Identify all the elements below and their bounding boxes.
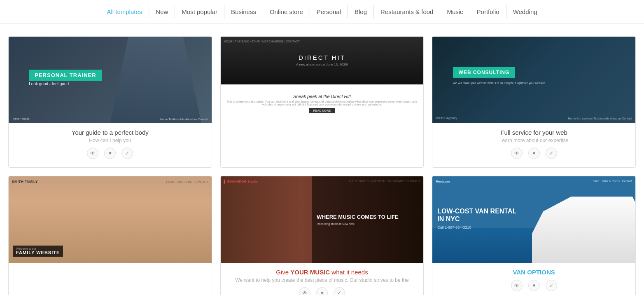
card-preview-web-consulting: WEB CONSULTING We will make your website… xyxy=(432,37,635,123)
card-title-web-consulting: Full service for your web xyxy=(439,129,629,136)
preview-family-badge: Welcome to our FAMILY WEBSITE xyxy=(13,246,63,257)
card-info-rentavan: VAN OPTIONS 👁 ♥ ✓ xyxy=(432,263,635,295)
card-info-personal-trainer: Your guide to a perfect body How can I h… xyxy=(9,123,212,167)
card-info-direct-hit xyxy=(221,123,424,137)
preview-nav-links: HOMEABOUT USCONTACT xyxy=(166,180,208,183)
card-subtitle-web-consulting: Learn more about our expertise xyxy=(439,138,629,143)
preview-nav-text: Home Testimonials About me Contact xyxy=(160,118,208,121)
nav-item-personal[interactable]: Personal xyxy=(310,5,348,19)
card-actions-sounddog: 👁 ♥ ✓ xyxy=(227,287,417,295)
preview-action[interactable]: 👁 xyxy=(299,287,310,295)
preview-agency: WEBX Agency xyxy=(436,116,457,120)
preview-rv-header: Rentavan HomeVans & PricesContact xyxy=(436,180,632,183)
category-nav: All templatesNewMost popularBusinessOnli… xyxy=(0,0,644,24)
preview-band-nav: HOME / THE BAND / TOUR / MERCHANDISE / C… xyxy=(224,40,300,43)
template-card-direct-hit[interactable]: HOME / THE BAND / TOUR / MERCHANDISE / C… xyxy=(220,36,424,168)
preview-brand: SMITH FAMILY xyxy=(12,180,38,184)
preview-cta: READ MORE xyxy=(309,108,335,113)
preview-action[interactable]: 👁 xyxy=(511,148,523,159)
preview-rv-title: LOW-COST VAN RENTAL IN NYC xyxy=(437,207,520,223)
nav-item-online-store[interactable]: Online store xyxy=(263,5,310,19)
nav-item-restaurants-food[interactable]: Restaurants & food xyxy=(374,5,440,19)
preview-rv-nav: HomeVans & PricesContact xyxy=(592,180,632,183)
card-actions-web-consulting: 👁 ♥ ✓ xyxy=(439,148,629,159)
preview-content-title: Sneak peek at the Direct Hit! xyxy=(293,94,351,99)
favorite-action[interactable]: ♥ xyxy=(316,287,328,295)
preview-nav-bar: Home Testimonials About me Contact xyxy=(160,118,208,121)
favorite-action[interactable]: ♥ xyxy=(528,280,540,291)
preview-sf-header: SMITH FAMILY HOMEABOUT USCONTACT xyxy=(12,180,208,184)
template-card-web-consulting[interactable]: WEB CONSULTING We will make your website… xyxy=(432,36,636,168)
preview-direct-hit: HOME / THE BAND / TOUR / MERCHANDISE / C… xyxy=(221,37,424,123)
card-info-web-consulting: Full service for your web Learn more abo… xyxy=(432,123,635,167)
card-preview-smith-family: SMITH FAMILY HOMEABOUT USCONTACT Welcome… xyxy=(9,176,212,263)
card-info-smith-family xyxy=(9,263,212,277)
card-actions-personal-trainer: 👁 ♥ ✓ xyxy=(15,148,205,159)
nav-item-blog[interactable]: Blog xyxy=(348,5,374,19)
template-card-sounddog[interactable]: ▌ SOUNDDOG Studio THE STUDIO / EQUIPMENT… xyxy=(220,176,424,295)
nav-item-business[interactable]: Business xyxy=(224,5,263,19)
preview-badge: WEB CONSULTING xyxy=(453,67,516,78)
nav-item-all-templates[interactable]: All templates xyxy=(100,5,149,19)
preview-welcome: Welcome to our xyxy=(16,247,60,250)
preview-title-text: FAMILY WEBSITE xyxy=(16,250,60,255)
template-grid: Peter Miller Home Testimonials About me … xyxy=(0,24,644,295)
card-title-sounddog: Give YOUR MUSIC what it needs xyxy=(227,269,417,276)
preview-brand-label: Peter Miller xyxy=(13,117,29,121)
card-subtitle-personal-trainer: How can I help you xyxy=(15,138,205,143)
card-preview-personal-trainer: Peter Miller Home Testimonials About me … xyxy=(9,37,212,123)
preview-action[interactable]: 👁 xyxy=(87,148,98,159)
preview-badge: PERSONAL TRAINER xyxy=(29,70,102,81)
card-actions-rentavan: 👁 ♥ ✓ xyxy=(439,280,629,291)
preview-content-body: This is where your text starts. You can … xyxy=(223,100,421,106)
preview-subtext: We will make your website work. Let us a… xyxy=(453,82,546,84)
template-card-rentavan[interactable]: Rentavan HomeVans & PricesContact LOW-CO… xyxy=(432,176,636,295)
select-action[interactable]: ✓ xyxy=(546,148,557,159)
favorite-action[interactable]: ♥ xyxy=(104,148,116,159)
preview-sd-title: WHERE MUSIC COMES TO LIFE xyxy=(317,214,398,221)
preview-web-consulting: WEB CONSULTING We will make your website… xyxy=(432,37,635,123)
preview-rv-logo: Rentavan xyxy=(436,180,450,183)
preview-sounddog: ▌ SOUNDDOG Studio THE STUDIO / EQUIPMENT… xyxy=(221,176,424,263)
nav-item-music[interactable]: Music xyxy=(440,5,470,19)
preview-action[interactable]: 👁 xyxy=(511,280,523,291)
preview-rv-content: LOW-COST VAN RENTAL IN NYC Call 1-987-65… xyxy=(437,207,520,229)
preview-sd-sub: Recording studio in New York xyxy=(317,222,354,225)
preview-sd-logo: ▌ SOUNDDOG Studio xyxy=(224,180,258,183)
select-action[interactable]: ✓ xyxy=(334,287,345,295)
card-subtitle-sounddog: We want to help you create the best piec… xyxy=(227,277,417,283)
preview-sd-content: WHERE MUSIC COMES TO LIFE Recording stud… xyxy=(312,176,423,263)
preview-personal-trainer: Peter Miller Home Testimonials About me … xyxy=(9,37,212,123)
nav-item-new[interactable]: New xyxy=(149,5,175,19)
preview-rentavan: Rentavan HomeVans & PricesContact LOW-CO… xyxy=(432,176,635,263)
template-card-smith-family[interactable]: SMITH FAMILY HOMEABOUT USCONTACT Welcome… xyxy=(8,176,212,295)
preview-rv-phone: Call 1-987-654-3210 xyxy=(437,225,520,229)
nav-item-most-popular[interactable]: Most popular xyxy=(175,5,224,19)
preview-nav: Home Our services Testimonials About us … xyxy=(568,117,632,120)
template-card-personal-trainer[interactable]: Peter Miller Home Testimonials About me … xyxy=(8,36,212,168)
preview-smith-family: SMITH FAMILY HOMEABOUT USCONTACT Welcome… xyxy=(9,176,212,263)
card-title-personal-trainer: Your guide to a perfect body xyxy=(15,129,205,136)
select-action[interactable]: ✓ xyxy=(121,148,133,159)
card-preview-rentavan: Rentavan HomeVans & PricesContact LOW-CO… xyxy=(432,176,635,263)
card-preview-direct-hit: HOME / THE BAND / TOUR / MERCHANDISE / C… xyxy=(221,37,424,123)
card-preview-sounddog: ▌ SOUNDDOG Studio THE STUDIO / EQUIPMENT… xyxy=(221,176,424,263)
nav-item-portfolio[interactable]: Portfolio xyxy=(470,5,506,19)
nav-item-wedding[interactable]: Wedding xyxy=(506,5,544,19)
select-action[interactable]: ✓ xyxy=(546,280,557,291)
favorite-action[interactable]: ♥ xyxy=(528,148,540,159)
preview-band-sub: A new album out on June 13, 2020! xyxy=(296,63,348,66)
preview-band-name: Direct Hit xyxy=(299,54,345,61)
card-title-rentavan: VAN OPTIONS xyxy=(439,269,629,276)
card-info-sounddog: Give YOUR MUSIC what it needs We want to… xyxy=(221,263,424,295)
preview-subtext: Look good - feel good xyxy=(29,82,69,86)
